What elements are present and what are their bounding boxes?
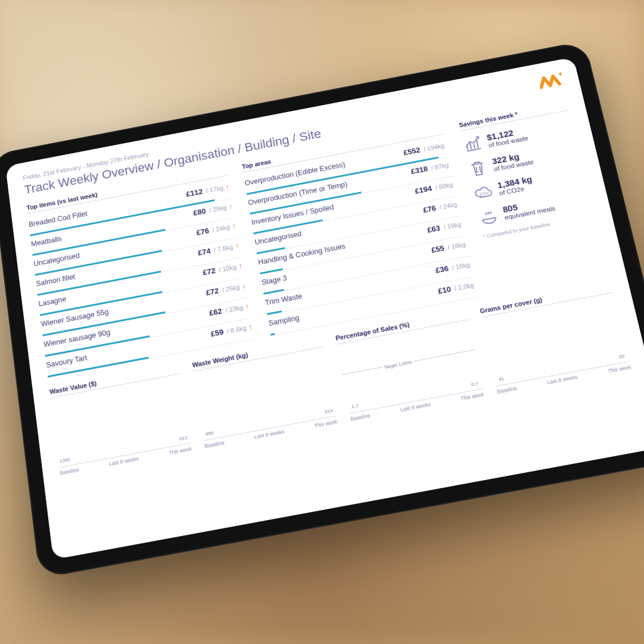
item-subvalue: / 60kg <box>435 181 453 191</box>
item-value: £62 <box>209 306 222 317</box>
item-subvalue: / 25kg <box>222 283 240 293</box>
chart-xlabel: Last 8 weeks <box>547 374 578 385</box>
item-subvalue: / 194kg <box>423 142 445 152</box>
item-value: £72 <box>202 266 216 277</box>
chart-bar: 1.7 <box>351 411 361 413</box>
item-subvalue: / 17kg <box>206 184 224 194</box>
chart-bar <box>550 374 561 376</box>
trend-up-icon: ↑ <box>228 202 233 210</box>
chart-xlabel: Baseline <box>497 385 518 395</box>
chart-bar-label: 0.7 <box>471 380 479 387</box>
chart-xlabel: Last 8 weeks <box>109 456 139 467</box>
top-items-column: Top items (vs last week) Breaded Cod Fil… <box>26 166 255 378</box>
chart-bar: 313 <box>324 416 335 417</box>
chart-body: 656313 <box>194 352 336 441</box>
item-subvalue: / 18kg <box>447 241 466 251</box>
item-value: £10 <box>437 284 451 295</box>
chart-xlabels: BaselineLast 8 weeksThis week <box>60 445 192 476</box>
chart-bar <box>404 401 414 403</box>
item-subvalue: / 29kg <box>209 204 227 213</box>
item-subvalue: / 7.8kg <box>213 243 234 253</box>
chart-bar-label: 20 <box>618 354 625 360</box>
chart-bar <box>100 458 110 460</box>
chart-bar <box>391 404 401 405</box>
item-subvalue: / 18kg <box>451 261 470 271</box>
chart-bar <box>284 423 295 425</box>
chart-bar <box>166 445 177 447</box>
item-value: £80 <box>193 207 206 218</box>
item-subvalue: / 87kg <box>431 162 449 171</box>
chart-bar <box>457 391 468 393</box>
chart-bar <box>244 431 255 432</box>
chart-bar <box>113 455 123 457</box>
chart-bar-label: 313 <box>324 408 333 414</box>
chart-bar <box>377 406 388 408</box>
chart: Waste Weight (kg)656313BaselineLast 8 we… <box>192 337 338 449</box>
trash-icon <box>467 158 489 179</box>
chart-bar-label: 41 <box>498 376 504 382</box>
chart-bar <box>564 371 575 373</box>
chart: Waste Value ($)1392912BaselineLast 8 wee… <box>49 364 192 476</box>
trend-up-icon: ↑ <box>234 242 239 250</box>
chart-bar <box>444 394 454 395</box>
chart: Percentage of Sales (%)Target 1.05%1.70.… <box>335 310 485 422</box>
chart-title: Waste Weight (kg) <box>192 337 324 371</box>
chart-bar <box>364 408 374 410</box>
chart-bar <box>604 364 615 366</box>
savings-column: Savings this week * $1,122of food waste3… <box>459 101 609 294</box>
item-value: £76 <box>422 204 436 215</box>
chart-title: Grams per cover (g) <box>479 283 614 318</box>
item-value: £318 <box>410 165 429 176</box>
chart-bar <box>311 419 321 420</box>
trend-up-icon: ↑ <box>231 222 236 230</box>
chart-xlabels: BaselineLast 8 weeksThis week <box>350 391 485 422</box>
chart-bar-label: 656 <box>205 430 214 436</box>
chart-bar: 41 <box>497 383 508 385</box>
chart-bar <box>298 421 308 423</box>
item-value: £55 <box>431 244 445 255</box>
item-subvalue: / 2.0kg <box>454 281 475 292</box>
trend-up-icon: ↑ <box>225 182 230 191</box>
meal-icon <box>478 206 500 227</box>
item-subvalue: / 24kg <box>212 224 230 234</box>
item-value: £552 <box>402 145 421 157</box>
trend-up-icon: ↑ <box>248 323 253 332</box>
target-line <box>342 349 475 374</box>
chart-bar <box>218 435 229 437</box>
chart-bar <box>577 369 588 370</box>
chart-xlabel: Last 8 weeks <box>400 401 431 413</box>
item-value: £112 <box>185 187 203 199</box>
item-value: £63 <box>426 224 441 234</box>
chart: Grams per cover (g)4120BaselineLast 8 we… <box>479 283 632 395</box>
chart-bar <box>73 463 84 465</box>
chart-bar <box>139 450 150 452</box>
chart-xlabel: This week <box>314 419 338 429</box>
chart-xlabel: This week <box>460 391 485 401</box>
item-subvalue: / 8.5kg <box>227 324 247 335</box>
chart-bar <box>524 379 534 380</box>
item-value: £194 <box>414 184 433 196</box>
co2-icon: CO₂ <box>472 182 495 203</box>
chart-bar-label: 912 <box>179 435 188 441</box>
chart-bar <box>417 398 428 400</box>
item-value: £36 <box>435 264 449 275</box>
chart-bar: 20 <box>618 361 628 363</box>
chart-xlabel: Last 8 weeks <box>254 429 284 440</box>
item-subvalue: / 10kg <box>218 264 237 274</box>
target-label: Target 1.05% <box>382 359 414 370</box>
chart-bar <box>431 396 441 398</box>
chart-title: Percentage of Sales (%) <box>335 310 468 345</box>
chart-body: 1392912 <box>51 379 190 468</box>
chart-bar <box>271 426 282 428</box>
chart-body: 4120 <box>482 298 630 387</box>
chart-bar <box>231 433 242 435</box>
item-subvalue: / 19kg <box>443 221 462 231</box>
item-value: £76 <box>196 227 210 237</box>
trend-down-icon: ↓ <box>242 282 246 290</box>
chart-bar: 656 <box>205 438 216 440</box>
progress-bar <box>270 333 274 336</box>
item-value: £72 <box>205 286 219 297</box>
chart-bar: 0.7 <box>470 389 481 391</box>
chart-bar <box>258 428 269 430</box>
chart-bar <box>152 448 163 450</box>
